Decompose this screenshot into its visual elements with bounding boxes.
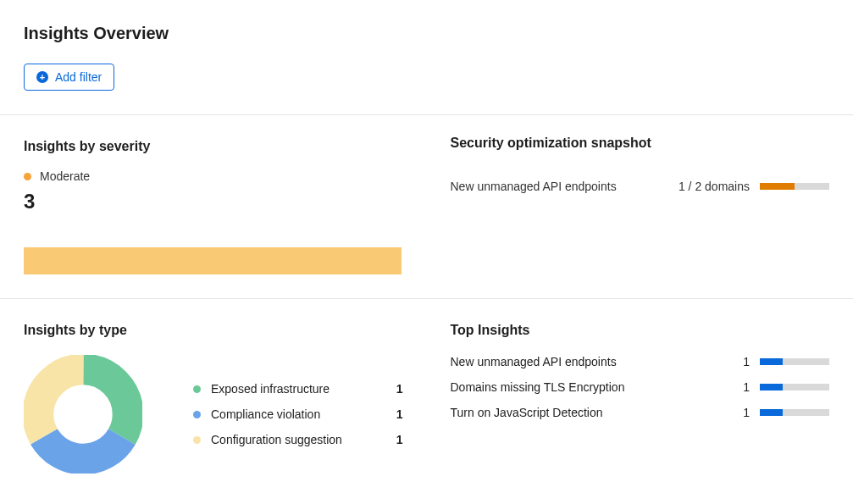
top-insight-label: Domains missing TLS Encryption — [451, 380, 744, 394]
top-insight-label: Turn on JavaScript Detection — [451, 406, 744, 419]
legend-dot-icon — [193, 411, 201, 418]
top-insight-count: 1 — [743, 355, 750, 368]
row-2: Insights by type Exposed infrastructure … — [0, 299, 853, 497]
top-insight-bar-fill — [760, 358, 783, 365]
page-title: Insights Overview — [24, 24, 829, 43]
legend-label: Configuration suggestion — [211, 433, 386, 446]
top-insight-row[interactable]: Domains missing TLS Encryption 1 — [451, 380, 830, 394]
top-insights-title: Top Insights — [451, 323, 830, 338]
severity-dot-icon — [24, 173, 31, 180]
legend-value: 1 — [396, 407, 403, 421]
row-1: Insights by severity Moderate 3 Security… — [0, 115, 853, 299]
insights-by-type-panel: Insights by type Exposed infrastructure … — [0, 299, 427, 497]
snapshot-title: Security optimization snapshot — [451, 136, 830, 151]
snapshot-row-label: New unmanaged API endpoints — [451, 180, 679, 193]
by-type-title: Insights by type — [24, 323, 403, 338]
add-filter-button[interactable]: + Add filter — [24, 64, 114, 91]
add-filter-label: Add filter — [55, 70, 102, 84]
security-snapshot-panel: Security optimization snapshot New unman… — [427, 115, 854, 298]
type-legend: Exposed infrastructure 1 Compliance viol… — [193, 382, 403, 446]
snapshot-bar-fill — [760, 183, 795, 190]
type-legend-row[interactable]: Exposed infrastructure 1 — [193, 382, 403, 396]
legend-value: 1 — [396, 382, 403, 396]
top-insight-row[interactable]: New unmanaged API endpoints 1 — [451, 355, 830, 368]
top-insight-label: New unmanaged API endpoints — [451, 355, 744, 368]
severity-legend-label: Moderate — [40, 169, 90, 183]
top-insight-bar — [760, 384, 829, 390]
legend-label: Compliance violation — [211, 407, 386, 421]
plus-circle-icon: + — [36, 71, 48, 83]
top-insights-list: New unmanaged API endpoints 1 Domains mi… — [451, 355, 830, 419]
top-insight-count: 1 — [743, 380, 750, 394]
legend-dot-icon — [193, 436, 201, 444]
snapshot-row[interactable]: New unmanaged API endpoints 1 / 2 domain… — [451, 180, 830, 193]
severity-title: Insights by severity — [24, 139, 403, 154]
snapshot-row-value: 1 / 2 domains — [679, 180, 750, 193]
legend-dot-icon — [193, 385, 201, 393]
type-legend-row[interactable]: Compliance violation 1 — [193, 407, 403, 421]
type-legend-row[interactable]: Configuration suggestion 1 — [193, 433, 403, 446]
top-insight-bar — [760, 409, 829, 416]
legend-label: Exposed infrastructure — [211, 382, 386, 396]
top-insight-bar — [760, 358, 829, 365]
top-insight-bar-fill — [760, 384, 783, 390]
severity-count: 3 — [24, 190, 403, 213]
top-insight-count: 1 — [743, 406, 750, 419]
snapshot-bar — [760, 183, 829, 190]
donut-chart — [24, 355, 142, 474]
insights-by-severity-panel: Insights by severity Moderate 3 — [0, 115, 427, 298]
top-insight-row[interactable]: Turn on JavaScript Detection 1 — [451, 406, 830, 419]
top-insight-bar-fill — [760, 409, 783, 416]
top-insights-panel: Top Insights New unmanaged API endpoints… — [427, 299, 854, 497]
donut-hole — [58, 389, 108, 440]
severity-bar — [24, 247, 402, 274]
severity-legend: Moderate — [24, 169, 403, 183]
legend-value: 1 — [396, 433, 403, 446]
